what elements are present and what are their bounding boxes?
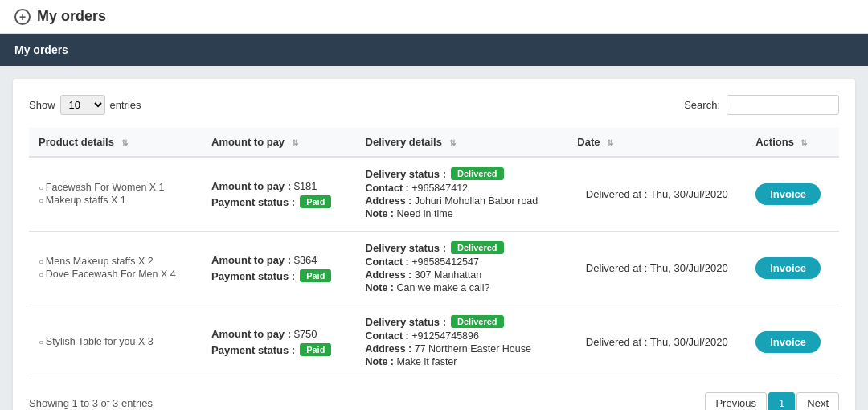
section-header-label: My orders — [14, 43, 68, 56]
section-header: My orders — [0, 34, 868, 66]
date-cell-wrapper: Delivered at : Thu, 30/Jul/2020 — [567, 232, 746, 305]
delivery-details-cell: Delivery status : Delivered Contact : +9… — [356, 232, 568, 305]
delivery-badge: Delivered — [451, 167, 504, 180]
sort-icon-actions: ⇅ — [800, 138, 807, 147]
payment-line: Payment status : Paid — [211, 269, 346, 282]
delivery-badge: Delivered — [451, 315, 504, 328]
search-label: Search: — [684, 99, 720, 111]
main-content: Show 10 25 50 100 entries Search: Produc… — [13, 79, 855, 410]
product-item: Facewash For Women X 1 — [39, 182, 192, 193]
orders-table: Product details ⇅ Amount to pay ⇅ Delive… — [29, 128, 839, 379]
amount-line: Amount to pay : $181 — [211, 180, 346, 192]
sort-icon-amount: ⇅ — [292, 138, 298, 147]
col-actions: Actions ⇅ — [746, 128, 839, 157]
col-product-details: Product details ⇅ — [29, 128, 202, 157]
page-1-button[interactable]: 1 — [768, 392, 795, 410]
product-item: Stylish Table for you X 3 — [39, 336, 192, 347]
invoice-button[interactable]: Invoice — [755, 257, 821, 279]
delivery-status-line: Delivery status : Delivered — [366, 167, 559, 180]
date-cell: Delivered at : Thu, 30/Jul/2020 — [577, 262, 736, 274]
invoice-button[interactable]: Invoice — [755, 183, 821, 205]
top-bar: + My orders — [0, 0, 868, 34]
col-date: Date ⇅ — [567, 128, 746, 157]
status-badge: Paid — [300, 269, 331, 282]
date-cell-wrapper: Delivered at : Thu, 30/Jul/2020 — [567, 157, 746, 232]
table-row: Facewash For Women X 1Makeup staffs X 1 … — [29, 157, 839, 232]
status-badge: Paid — [300, 195, 331, 208]
show-entries: Show 10 25 50 100 entries — [29, 95, 141, 115]
table-row: Mens Makeup staffs X 2Dove Facewash For … — [29, 232, 839, 305]
contact-line: Contact : +96585412547 — [366, 256, 559, 268]
address-line: Address : 77 Northern Easter House — [366, 343, 559, 355]
table-header-row: Product details ⇅ Amount to pay ⇅ Delive… — [29, 128, 839, 157]
contact-line: Contact : +91254745896 — [366, 330, 559, 342]
actions-cell: Invoice — [746, 157, 839, 232]
delivery-cell: Delivery status : Delivered Contact : +9… — [366, 167, 559, 219]
product-details-cell: Mens Makeup staffs X 2Dove Facewash For … — [29, 232, 202, 305]
show-label: Show — [29, 99, 55, 111]
col-delivery: Delivery details ⇅ — [356, 128, 568, 157]
actions-cell: Invoice — [746, 305, 839, 379]
entries-label: entries — [110, 99, 141, 111]
controls-row: Show 10 25 50 100 entries Search: — [29, 95, 839, 115]
showing-text: Showing 1 to 3 of 3 entries — [29, 397, 153, 409]
product-details-cell: Facewash For Women X 1Makeup staffs X 1 — [29, 157, 202, 232]
contact-line: Contact : +965847412 — [366, 182, 559, 194]
payment-line: Payment status : Paid — [211, 195, 346, 208]
sort-icon-product: ⇅ — [121, 138, 128, 147]
address-line: Address : Johuri Mohollah Babor road — [366, 195, 559, 207]
bottom-row: Showing 1 to 3 of 3 entries Previous 1 N… — [29, 392, 839, 410]
entries-select[interactable]: 10 25 50 100 — [60, 95, 105, 115]
delivery-cell: Delivery status : Delivered Contact : +9… — [366, 241, 559, 293]
date-cell: Delivered at : Thu, 30/Jul/2020 — [577, 336, 736, 348]
table-row: Stylish Table for you X 3 Amount to pay … — [29, 305, 839, 379]
amount-line: Amount to pay : $750 — [211, 328, 346, 340]
amount-cell: Amount to pay : $181 Payment status : Pa… — [211, 180, 346, 208]
amount-line: Amount to pay : $364 — [211, 254, 346, 266]
delivery-cell: Delivery status : Delivered Contact : +9… — [366, 315, 559, 367]
delivery-status-line: Delivery status : Delivered — [366, 241, 559, 254]
product-details-cell: Stylish Table for you X 3 — [29, 305, 202, 379]
previous-button[interactable]: Previous — [705, 392, 767, 410]
search-input[interactable] — [727, 95, 839, 115]
date-cell: Delivered at : Thu, 30/Jul/2020 — [577, 188, 736, 200]
product-item: Dove Facewash For Men X 4 — [39, 269, 192, 280]
address-line: Address : 307 Manhattan — [366, 269, 559, 281]
amount-to-pay-cell: Amount to pay : $750 Payment status : Pa… — [202, 305, 355, 379]
pagination: Previous 1 Next — [705, 392, 839, 410]
date-cell-wrapper: Delivered at : Thu, 30/Jul/2020 — [567, 305, 746, 379]
amount-cell: Amount to pay : $750 Payment status : Pa… — [211, 328, 346, 356]
actions-cell: Invoice — [746, 232, 839, 305]
col-amount: Amount to pay ⇅ — [202, 128, 355, 157]
amount-cell: Amount to pay : $364 Payment status : Pa… — [211, 254, 346, 282]
payment-line: Payment status : Paid — [211, 343, 346, 356]
note-line: Note : Need in time — [366, 208, 559, 219]
delivery-badge: Delivered — [451, 241, 504, 254]
delivery-status-line: Delivery status : Delivered — [366, 315, 559, 328]
product-item: Mens Makeup staffs X 2 — [39, 256, 192, 267]
sort-icon-delivery: ⇅ — [449, 138, 456, 147]
note-line: Note : Can we make a call? — [366, 282, 559, 293]
top-bar-icon: + — [14, 9, 31, 25]
delivery-details-cell: Delivery status : Delivered Contact : +9… — [356, 305, 568, 379]
delivery-details-cell: Delivery status : Delivered Contact : +9… — [356, 157, 568, 232]
top-bar-title: My orders — [37, 8, 106, 25]
amount-to-pay-cell: Amount to pay : $364 Payment status : Pa… — [202, 232, 355, 305]
status-badge: Paid — [300, 343, 331, 356]
amount-to-pay-cell: Amount to pay : $181 Payment status : Pa… — [202, 157, 355, 232]
search-row: Search: — [684, 95, 839, 115]
product-item: Makeup staffs X 1 — [39, 195, 192, 206]
sort-icon-date: ⇅ — [607, 138, 613, 147]
invoice-button[interactable]: Invoice — [755, 331, 821, 353]
note-line: Note : Make it faster — [366, 356, 559, 367]
next-button[interactable]: Next — [796, 392, 839, 410]
